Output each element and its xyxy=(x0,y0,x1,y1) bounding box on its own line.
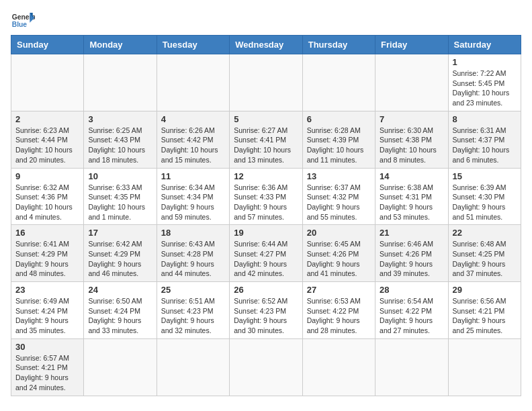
calendar-cell: 11Sunrise: 6:34 AM Sunset: 4:34 PM Dayli… xyxy=(157,168,229,225)
svg-text:Blue: Blue xyxy=(12,21,28,28)
day-info: Sunrise: 6:23 AM Sunset: 4:44 PM Dayligh… xyxy=(15,126,79,165)
calendar-cell: 29Sunrise: 6:56 AM Sunset: 4:21 PM Dayli… xyxy=(448,282,521,339)
calendar-header-row: SundayMondayTuesdayWednesdayThursdayFrid… xyxy=(11,36,521,54)
calendar-cell: 30Sunrise: 6:57 AM Sunset: 4:21 PM Dayli… xyxy=(11,338,84,396)
day-number: 24 xyxy=(88,285,152,295)
day-info: Sunrise: 6:30 AM Sunset: 4:38 PM Dayligh… xyxy=(380,126,443,165)
calendar-cell: 4Sunrise: 6:26 AM Sunset: 4:42 PM Daylig… xyxy=(157,111,229,168)
calendar-cell xyxy=(230,338,302,396)
day-number: 14 xyxy=(380,171,443,181)
day-number: 20 xyxy=(307,228,371,238)
day-number: 15 xyxy=(453,171,517,181)
day-info: Sunrise: 6:43 AM Sunset: 4:28 PM Dayligh… xyxy=(161,239,225,279)
day-info: Sunrise: 6:57 AM Sunset: 4:21 PM Dayligh… xyxy=(15,353,79,393)
generalblue-logo-icon: General Blue xyxy=(11,11,35,30)
calendar-cell: 25Sunrise: 6:51 AM Sunset: 4:23 PM Dayli… xyxy=(157,282,229,339)
day-number: 13 xyxy=(307,171,371,181)
calendar-cell: 1Sunrise: 7:22 AM Sunset: 5:45 PM Daylig… xyxy=(448,54,521,111)
calendar-cell: 26Sunrise: 6:52 AM Sunset: 4:23 PM Dayli… xyxy=(230,282,302,339)
calendar-week-row: 23Sunrise: 6:49 AM Sunset: 4:24 PM Dayli… xyxy=(11,282,521,339)
day-number: 29 xyxy=(453,285,517,295)
day-info: Sunrise: 6:42 AM Sunset: 4:29 PM Dayligh… xyxy=(88,239,152,279)
calendar-cell: 5Sunrise: 6:27 AM Sunset: 4:41 PM Daylig… xyxy=(230,111,302,168)
day-info: Sunrise: 6:38 AM Sunset: 4:31 PM Dayligh… xyxy=(380,183,443,222)
day-info: Sunrise: 6:36 AM Sunset: 4:33 PM Dayligh… xyxy=(234,183,298,222)
day-number: 30 xyxy=(15,342,79,352)
day-number: 6 xyxy=(307,114,371,124)
calendar-cell: 14Sunrise: 6:38 AM Sunset: 4:31 PM Dayli… xyxy=(375,168,448,225)
calendar-cell: 17Sunrise: 6:42 AM Sunset: 4:29 PM Dayli… xyxy=(84,225,157,282)
calendar-header-monday: Monday xyxy=(84,36,157,54)
day-info: Sunrise: 6:28 AM Sunset: 4:39 PM Dayligh… xyxy=(307,126,371,165)
day-info: Sunrise: 6:33 AM Sunset: 4:35 PM Dayligh… xyxy=(88,183,152,222)
calendar-week-row: 2Sunrise: 6:23 AM Sunset: 4:44 PM Daylig… xyxy=(11,111,521,168)
calendar-cell xyxy=(375,338,448,396)
logo: General Blue xyxy=(11,11,38,30)
day-number: 10 xyxy=(88,171,152,181)
calendar-cell: 23Sunrise: 6:49 AM Sunset: 4:24 PM Dayli… xyxy=(11,282,84,339)
calendar-cell: 21Sunrise: 6:46 AM Sunset: 4:26 PM Dayli… xyxy=(375,225,448,282)
day-number: 21 xyxy=(380,228,443,238)
day-info: Sunrise: 6:48 AM Sunset: 4:25 PM Dayligh… xyxy=(453,239,517,279)
calendar-cell: 18Sunrise: 6:43 AM Sunset: 4:28 PM Dayli… xyxy=(157,225,229,282)
day-info: Sunrise: 6:39 AM Sunset: 4:30 PM Dayligh… xyxy=(453,183,517,222)
day-info: Sunrise: 6:25 AM Sunset: 4:43 PM Dayligh… xyxy=(88,126,152,165)
day-number: 2 xyxy=(15,114,79,124)
calendar-cell xyxy=(157,54,229,111)
calendar-table: SundayMondayTuesdayWednesdayThursdayFrid… xyxy=(11,35,521,396)
day-number: 25 xyxy=(161,285,225,295)
calendar-cell: 19Sunrise: 6:44 AM Sunset: 4:27 PM Dayli… xyxy=(230,225,302,282)
calendar-week-row: 9Sunrise: 6:32 AM Sunset: 4:36 PM Daylig… xyxy=(11,168,521,225)
day-number: 17 xyxy=(88,228,152,238)
day-number: 12 xyxy=(234,171,298,181)
day-number: 8 xyxy=(453,114,517,124)
calendar-cell: 7Sunrise: 6:30 AM Sunset: 4:38 PM Daylig… xyxy=(375,111,448,168)
day-info: Sunrise: 6:37 AM Sunset: 4:32 PM Dayligh… xyxy=(307,183,371,222)
day-number: 11 xyxy=(161,171,225,181)
header: General Blue xyxy=(11,11,521,30)
calendar-cell xyxy=(375,54,448,111)
day-info: Sunrise: 6:50 AM Sunset: 4:24 PM Dayligh… xyxy=(88,296,152,336)
calendar-header-sunday: Sunday xyxy=(11,36,84,54)
calendar-cell xyxy=(302,338,375,396)
calendar-cell: 16Sunrise: 6:41 AM Sunset: 4:29 PM Dayli… xyxy=(11,225,84,282)
day-info: Sunrise: 6:46 AM Sunset: 4:26 PM Dayligh… xyxy=(380,239,443,279)
day-number: 18 xyxy=(161,228,225,238)
calendar-header-friday: Friday xyxy=(375,36,448,54)
day-info: Sunrise: 6:32 AM Sunset: 4:36 PM Dayligh… xyxy=(15,183,79,222)
calendar-cell xyxy=(157,338,229,396)
calendar-cell: 15Sunrise: 6:39 AM Sunset: 4:30 PM Dayli… xyxy=(448,168,521,225)
calendar-cell: 13Sunrise: 6:37 AM Sunset: 4:32 PM Dayli… xyxy=(302,168,375,225)
day-info: Sunrise: 6:49 AM Sunset: 4:24 PM Dayligh… xyxy=(15,296,79,336)
day-number: 1 xyxy=(453,57,517,67)
calendar-cell: 2Sunrise: 6:23 AM Sunset: 4:44 PM Daylig… xyxy=(11,111,84,168)
calendar-cell: 27Sunrise: 6:53 AM Sunset: 4:22 PM Dayli… xyxy=(302,282,375,339)
calendar-cell: 20Sunrise: 6:45 AM Sunset: 4:26 PM Dayli… xyxy=(302,225,375,282)
day-number: 9 xyxy=(15,171,79,181)
calendar-header-wednesday: Wednesday xyxy=(230,36,302,54)
day-info: Sunrise: 6:41 AM Sunset: 4:29 PM Dayligh… xyxy=(15,239,79,279)
day-number: 22 xyxy=(453,228,517,238)
calendar-cell: 12Sunrise: 6:36 AM Sunset: 4:33 PM Dayli… xyxy=(230,168,302,225)
day-number: 23 xyxy=(15,285,79,295)
day-number: 3 xyxy=(88,114,152,124)
day-number: 16 xyxy=(15,228,79,238)
calendar-cell: 24Sunrise: 6:50 AM Sunset: 4:24 PM Dayli… xyxy=(84,282,157,339)
day-number: 5 xyxy=(234,114,298,124)
calendar-week-row: 1Sunrise: 7:22 AM Sunset: 5:45 PM Daylig… xyxy=(11,54,521,111)
day-info: Sunrise: 6:45 AM Sunset: 4:26 PM Dayligh… xyxy=(307,239,371,279)
day-number: 28 xyxy=(380,285,443,295)
day-number: 27 xyxy=(307,285,371,295)
calendar-cell xyxy=(448,338,521,396)
day-info: Sunrise: 6:26 AM Sunset: 4:42 PM Dayligh… xyxy=(161,126,225,165)
day-number: 4 xyxy=(161,114,225,124)
day-info: Sunrise: 6:56 AM Sunset: 4:21 PM Dayligh… xyxy=(453,296,517,336)
day-info: Sunrise: 6:51 AM Sunset: 4:23 PM Dayligh… xyxy=(161,296,225,336)
day-number: 19 xyxy=(234,228,298,238)
calendar-cell xyxy=(84,338,157,396)
calendar-cell: 8Sunrise: 6:31 AM Sunset: 4:37 PM Daylig… xyxy=(448,111,521,168)
calendar-cell xyxy=(84,54,157,111)
calendar-cell: 3Sunrise: 6:25 AM Sunset: 4:43 PM Daylig… xyxy=(84,111,157,168)
calendar-cell: 9Sunrise: 6:32 AM Sunset: 4:36 PM Daylig… xyxy=(11,168,84,225)
calendar-cell: 28Sunrise: 6:54 AM Sunset: 4:22 PM Dayli… xyxy=(375,282,448,339)
